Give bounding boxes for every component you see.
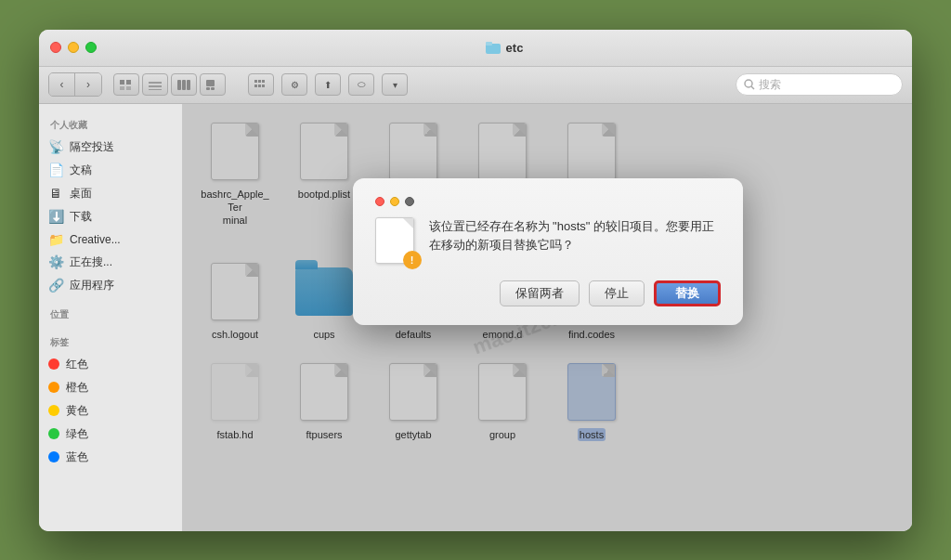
forward-button[interactable]: › bbox=[75, 73, 101, 96]
sidebar: 个人收藏 📡 隔空投送 📄 文稿 🖥 桌面 ⬇️ 下载 📁 Creative..… bbox=[39, 104, 183, 531]
sidebar-item-creative[interactable]: 📁 Creative... bbox=[39, 228, 182, 251]
dialog-max-button bbox=[405, 197, 414, 206]
yellow-tag-dot bbox=[48, 405, 59, 416]
replace-dialog: ! 该位置已经存在名称为 "hosts" 的较旧项目。您要用正在移动的新项目替换… bbox=[353, 178, 743, 325]
search-icon bbox=[744, 79, 755, 90]
dialog-overlay: ! 该位置已经存在名称为 "hosts" 的较旧项目。您要用正在移动的新项目替换… bbox=[183, 104, 912, 531]
svg-rect-3 bbox=[126, 80, 131, 85]
sidebar-item-airdrop-label: 隔空投送 bbox=[70, 139, 114, 155]
tags-section-title: 标签 bbox=[39, 332, 182, 353]
green-tag-dot bbox=[48, 428, 59, 439]
sidebar-item-apps[interactable]: 🔗 应用程序 bbox=[39, 274, 182, 297]
dialog-min-button[interactable] bbox=[390, 197, 399, 206]
sidebar-item-desktop[interactable]: 🖥 桌面 bbox=[39, 182, 182, 205]
svg-rect-16 bbox=[258, 80, 261, 83]
svg-rect-12 bbox=[206, 80, 215, 86]
sidebar-item-searching[interactable]: ⚙️ 正在搜... bbox=[39, 251, 182, 274]
svg-rect-5 bbox=[126, 86, 131, 90]
svg-rect-19 bbox=[258, 85, 261, 87]
icon-view-button[interactable] bbox=[113, 73, 139, 96]
svg-rect-10 bbox=[182, 80, 186, 90]
traffic-lights bbox=[50, 42, 97, 53]
sidebar-item-downloads[interactable]: ⬇️ 下载 bbox=[39, 205, 182, 228]
dialog-message: 该位置已经存在名称为 "hosts" 的较旧项目。您要用正在移动的新项目替换它吗… bbox=[429, 217, 721, 256]
stop-button[interactable]: 停止 bbox=[589, 280, 645, 306]
locations-section-title: 位置 bbox=[39, 305, 182, 325]
close-button[interactable] bbox=[50, 42, 61, 53]
sidebar-item-downloads-label: 下载 bbox=[70, 209, 92, 225]
sidebar-item-desktop-label: 桌面 bbox=[70, 186, 92, 202]
search-box[interactable]: 搜索 bbox=[736, 73, 903, 96]
folder-icon bbox=[486, 41, 501, 54]
documents-icon: 📄 bbox=[48, 163, 63, 177]
svg-rect-18 bbox=[254, 85, 257, 87]
sidebar-item-green-label: 绿色 bbox=[66, 426, 88, 442]
finder-window: etc ‹ › ⚙ ⬆ ⬭ ▾ bbox=[39, 30, 912, 531]
svg-rect-20 bbox=[262, 85, 265, 87]
main-content: 个人收藏 📡 隔空投送 📄 文稿 🖥 桌面 ⬇️ 下载 📁 Creative..… bbox=[39, 104, 912, 531]
sidebar-item-blue-label: 蓝色 bbox=[66, 449, 88, 465]
favorites-section-title: 个人收藏 bbox=[39, 115, 182, 136]
toolbar: ‹ › ⚙ ⬆ ⬭ ▾ 搜索 bbox=[39, 67, 912, 104]
svg-rect-14 bbox=[211, 87, 215, 90]
svg-rect-2 bbox=[120, 80, 124, 85]
svg-rect-13 bbox=[206, 87, 210, 90]
sidebar-item-orange[interactable]: 橙色 bbox=[39, 376, 182, 399]
sidebar-item-airdrop[interactable]: 📡 隔空投送 bbox=[39, 136, 182, 159]
sidebar-item-green[interactable]: 绿色 bbox=[39, 423, 182, 446]
window-title: etc bbox=[506, 41, 524, 55]
gallery-view-button[interactable] bbox=[200, 73, 226, 96]
warning-badge: ! bbox=[403, 251, 422, 269]
sidebar-item-documents[interactable]: 📄 文稿 bbox=[39, 159, 182, 182]
sidebar-item-red[interactable]: 红色 bbox=[39, 353, 182, 376]
dialog-file-icon: ! bbox=[375, 217, 416, 266]
svg-rect-9 bbox=[177, 80, 181, 90]
sidebar-item-red-label: 红色 bbox=[66, 357, 88, 372]
file-grid: Mac软件 mac.it201314.com bashrc_Apple_Term… bbox=[183, 104, 912, 531]
maximize-button[interactable] bbox=[85, 42, 97, 53]
svg-line-22 bbox=[751, 86, 754, 89]
dialog-traffic-lights bbox=[375, 197, 721, 206]
svg-rect-15 bbox=[254, 80, 257, 83]
sidebar-item-orange-label: 橙色 bbox=[66, 380, 88, 396]
airdrop-icon: 📡 bbox=[48, 139, 63, 154]
downloads-icon: ⬇️ bbox=[48, 209, 63, 224]
nav-buttons: ‹ › bbox=[48, 72, 102, 97]
svg-rect-17 bbox=[262, 80, 265, 83]
blue-tag-dot bbox=[48, 451, 59, 462]
sidebar-item-apps-label: 应用程序 bbox=[70, 278, 114, 293]
settings-button[interactable]: ⚙ bbox=[281, 73, 307, 96]
orange-tag-dot bbox=[48, 382, 59, 393]
creative-icon: 📁 bbox=[48, 232, 63, 247]
sidebar-item-creative-label: Creative... bbox=[70, 233, 121, 246]
search-placeholder: 搜索 bbox=[759, 77, 781, 93]
searching-icon: ⚙️ bbox=[48, 254, 63, 269]
list-view-button[interactable] bbox=[142, 73, 168, 96]
apps-icon: 🔗 bbox=[48, 278, 63, 293]
red-tag-dot bbox=[48, 358, 59, 370]
view-buttons bbox=[113, 73, 226, 96]
replace-button[interactable]: 替换 bbox=[654, 280, 721, 306]
title-bar: etc bbox=[39, 30, 912, 67]
dialog-close-button[interactable] bbox=[375, 197, 384, 206]
sidebar-item-yellow[interactable]: 黄色 bbox=[39, 399, 182, 423]
dropdown-button[interactable]: ▾ bbox=[382, 73, 408, 96]
svg-rect-1 bbox=[486, 42, 492, 46]
svg-point-21 bbox=[745, 80, 752, 87]
column-view-button[interactable] bbox=[171, 73, 197, 96]
title-area: etc bbox=[108, 41, 901, 55]
keep-both-button[interactable]: 保留两者 bbox=[500, 280, 580, 306]
svg-rect-4 bbox=[120, 86, 124, 90]
svg-rect-11 bbox=[187, 80, 190, 90]
sidebar-item-yellow-label: 黄色 bbox=[66, 403, 88, 419]
desktop-icon: 🖥 bbox=[48, 186, 63, 201]
sidebar-item-blue[interactable]: 蓝色 bbox=[39, 446, 182, 469]
minimize-button[interactable] bbox=[68, 42, 79, 53]
sidebar-item-documents-label: 文稿 bbox=[70, 163, 92, 178]
back-button[interactable]: ‹ bbox=[49, 73, 75, 96]
dialog-body: ! 该位置已经存在名称为 "hosts" 的较旧项目。您要用正在移动的新项目替换… bbox=[375, 217, 721, 266]
grid-view-button[interactable] bbox=[248, 73, 274, 96]
tag-button[interactable]: ⬭ bbox=[348, 73, 374, 96]
share-button[interactable]: ⬆ bbox=[315, 73, 341, 96]
dialog-buttons: 保留两者 停止 替换 bbox=[375, 280, 721, 306]
